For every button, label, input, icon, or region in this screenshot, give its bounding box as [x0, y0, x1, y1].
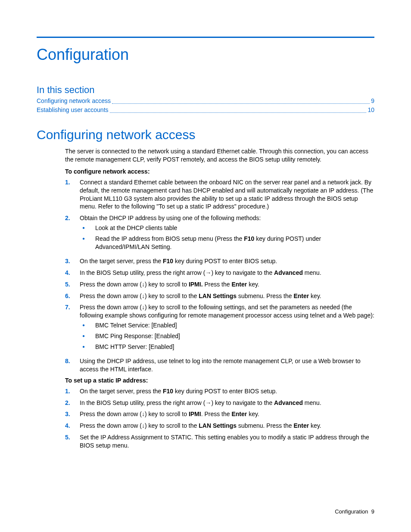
list-item: 2. Obtain the DHCP IP address by using o… [65, 214, 374, 254]
step-text: Set the IP Address Assignment to STATIC.… [80, 433, 374, 450]
step-number: 7. [65, 303, 80, 353]
step-number: 1. [65, 387, 80, 395]
step-text: Press the down arrow (↓) key to scroll t… [80, 303, 374, 353]
step-text: Obtain the DHCP IP address by using one … [80, 214, 374, 254]
step-number: 4. [65, 422, 80, 430]
bullet-text: Look at the DHCP clients table [95, 224, 374, 232]
bullet-list: ●BMC Telnet Service: [Enabled] ●BMC Ping… [80, 321, 374, 351]
bullet-icon: ● [80, 224, 95, 232]
bullet-icon: ● [80, 235, 95, 251]
list-item: 4. In the BIOS Setup utility, press the … [65, 269, 374, 277]
list-item: 3. On the target server, press the F10 k… [65, 257, 374, 265]
step-text: Press the down arrow (↓) key to scroll t… [80, 280, 374, 289]
toc-row[interactable]: Establishing user accounts 10 [37, 106, 374, 115]
step-text: In the BIOS Setup utility, press the rig… [80, 269, 374, 277]
step-text: Using the DHCP IP address, use telnet to… [80, 357, 374, 373]
toc-page: 10 [367, 106, 374, 115]
bullet-icon: ● [80, 332, 95, 340]
page: Configuration In this section Configurin… [0, 0, 411, 532]
step-text: On the target server, press the F10 key … [80, 257, 374, 265]
bullet-item: ●Read the IP address from BIOS setup men… [80, 235, 374, 251]
step-number: 6. [65, 292, 80, 300]
step-number: 8. [65, 357, 80, 373]
page-footer: Configuration 9 [335, 508, 374, 515]
list-item: 5. Press the down arrow (↓) key to scrol… [65, 280, 374, 289]
list-item: 1. On the target server, press the F10 k… [65, 387, 374, 395]
list-item: 7. Press the down arrow (↓) key to scrol… [65, 303, 374, 353]
step-text: Press the down arrow (↓) key to scroll t… [80, 410, 374, 418]
step-number: 5. [65, 280, 80, 289]
top-rule [37, 37, 374, 38]
bullet-item: ●BMC HTTP Server: [Enabled] [80, 343, 374, 351]
toc-label: Configuring network access [37, 96, 111, 106]
step-number: 3. [65, 257, 80, 265]
in-this-section-heading: In this section [37, 84, 374, 96]
bullet-item: ●BMC Telnet Service: [Enabled] [80, 321, 374, 330]
procedure-heading: To configure network access: [65, 168, 374, 175]
ordered-list: 1. On the target server, press the F10 k… [65, 387, 374, 450]
list-item: 2. In the BIOS Setup utility, press the … [65, 399, 374, 407]
bullet-text: BMC Telnet Service: [Enabled] [95, 321, 374, 330]
step-text: Press the down arrow (↓) key to scroll t… [80, 422, 374, 430]
toc-leader [110, 112, 367, 113]
list-item: 5. Set the IP Address Assignment to STAT… [65, 433, 374, 450]
step-number: 4. [65, 269, 80, 277]
bullet-icon: ● [80, 343, 95, 351]
body: The server is connected to the network u… [65, 147, 374, 450]
step-number: 5. [65, 433, 80, 450]
section-heading: Configuring network access [37, 128, 374, 142]
toc-row[interactable]: Configuring network access 9 [37, 96, 374, 106]
step-text-part: Obtain the DHCP IP address by using one … [80, 215, 261, 221]
step-number: 1. [65, 178, 80, 211]
step-text: Connect a standard Ethernet cable betwee… [80, 178, 374, 211]
list-item: 6. Press the down arrow (↓) key to scrol… [65, 292, 374, 300]
footer-label: Configuration [335, 508, 368, 515]
bullet-list: ●Look at the DHCP clients table ●Read th… [80, 224, 374, 251]
step-text: Press the down arrow (↓) key to scroll t… [80, 292, 374, 300]
list-item: 3. Press the down arrow (↓) key to scrol… [65, 410, 374, 418]
step-number: 3. [65, 410, 80, 418]
toc: Configuring network access 9 Establishin… [37, 96, 374, 115]
toc-page: 9 [371, 96, 374, 106]
page-title: Configuration [37, 46, 374, 64]
list-item: 8. Using the DHCP IP address, use telnet… [65, 357, 374, 373]
bullet-text: BMC Ping Response: [Enabled] [95, 332, 374, 340]
ordered-list: 1. Connect a standard Ethernet cable bet… [65, 178, 374, 373]
step-number: 2. [65, 399, 80, 407]
bullet-item: ●BMC Ping Response: [Enabled] [80, 332, 374, 340]
step-number: 2. [65, 214, 80, 254]
footer-page-number: 9 [371, 508, 374, 515]
step-text-part: Press the down arrow (↓) key to scroll t… [80, 304, 374, 319]
bullet-text: Read the IP address from BIOS setup menu… [95, 235, 374, 251]
bullet-item: ●Look at the DHCP clients table [80, 224, 374, 232]
procedure-heading: To set up a static IP address: [65, 377, 374, 384]
toc-leader [112, 103, 370, 104]
step-text: In the BIOS Setup utility, press the rig… [80, 399, 374, 407]
toc-label: Establishing user accounts [37, 106, 109, 115]
list-item: 1. Connect a standard Ethernet cable bet… [65, 178, 374, 211]
bullet-icon: ● [80, 321, 95, 330]
intro-paragraph: The server is connected to the network u… [65, 147, 374, 164]
list-item: 4. Press the down arrow (↓) key to scrol… [65, 422, 374, 430]
bullet-text: BMC HTTP Server: [Enabled] [95, 343, 374, 351]
step-text: On the target server, press the F10 key … [80, 387, 374, 395]
